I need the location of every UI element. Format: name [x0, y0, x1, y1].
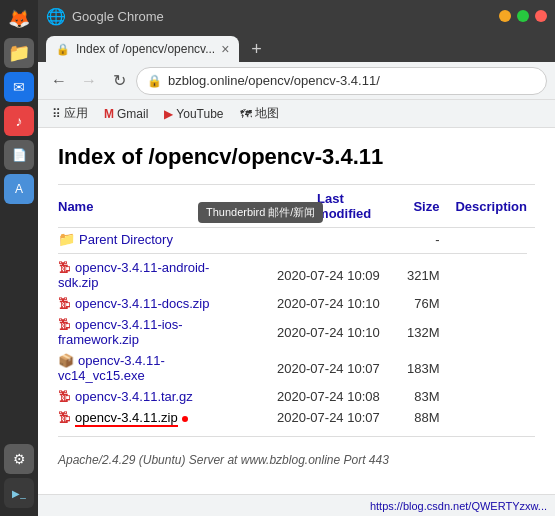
col-header-description[interactable]: Description	[447, 189, 535, 228]
zip-icon: 🗜	[58, 317, 71, 332]
status-bar: https://blog.csdn.net/QWERTYzxw...	[38, 494, 555, 516]
taskbar: 🦊 📁 ✉ ♪ 📄 A ⚙ ▶_	[0, 0, 38, 516]
file-date-cell: 2020-07-24 10:07	[257, 350, 407, 386]
file-name-cell: 🗜opencv-3.4.11-ios-framework.zip	[58, 314, 257, 350]
page-content: Index of /opencv/opencv-3.4.11 Name Last…	[38, 128, 555, 494]
gmail-icon: M	[104, 107, 114, 121]
file-link[interactable]: opencv-3.4.11.tar.gz	[75, 389, 193, 404]
folder-icon: 📁	[58, 231, 75, 247]
title-bar: 🌐 Google Chrome	[38, 0, 555, 32]
forward-button[interactable]: →	[76, 68, 102, 94]
file-link-underlined: opencv-3.4.11.zip	[75, 410, 178, 427]
server-footer: Apache/2.4.29 (Ubuntu) Server at www.bzb…	[58, 453, 535, 467]
file-name-cell: 🗜opencv-3.4.11.zip	[58, 407, 257, 428]
apps-grid-icon: ⠿	[52, 107, 61, 121]
file-desc-cell	[447, 228, 535, 251]
nav-bar: ← → ↻ 🔒 bzblog.online/opencv/opencv-3.4.…	[38, 62, 555, 100]
file-link[interactable]: opencv-3.4.11-docs.zip	[75, 296, 209, 311]
bookmark-maps[interactable]: 🗺 地图	[234, 103, 285, 124]
file-desc-cell	[447, 257, 535, 293]
taskbar-files[interactable]: 📁	[4, 38, 34, 68]
bookmark-apps-label: 应用	[64, 105, 88, 122]
bookmark-gmail[interactable]: M Gmail Thunderbird 邮件/新闻	[98, 105, 154, 123]
address-text: bzblog.online/opencv/opencv-3.4.11/	[168, 73, 536, 88]
table-row: 📁Parent Directory-	[58, 228, 535, 251]
table-row: 🗜opencv-3.4.11-android-sdk.zip2020-07-24…	[58, 257, 535, 293]
maps-icon: 🗺	[240, 107, 252, 121]
taskbar-docs[interactable]: 📄	[4, 140, 34, 170]
table-row: 🗜opencv-3.4.11-ios-framework.zip2020-07-…	[58, 314, 535, 350]
taskbar-text[interactable]: A	[4, 174, 34, 204]
file-desc-cell	[447, 386, 535, 407]
zip-icon: 🗜	[58, 410, 71, 425]
file-link[interactable]: opencv-3.4.11-android-sdk.zip	[58, 260, 209, 290]
file-name-cell: 📁Parent Directory	[58, 228, 257, 251]
file-name-cell: 🗜opencv-3.4.11.tar.gz	[58, 386, 257, 407]
bookmark-youtube[interactable]: ▶ YouTube	[158, 105, 229, 123]
directory-table: Name Last modified Size Description 📁Par…	[58, 189, 535, 428]
bookmark-gmail-label: Gmail	[117, 107, 148, 121]
status-url: https://blog.csdn.net/QWERTYzxw...	[370, 500, 547, 512]
taskbar-terminal[interactable]: ▶_	[4, 478, 34, 508]
taskbar-mail[interactable]: ✉	[4, 72, 34, 102]
zip-icon: 🗜	[58, 389, 71, 404]
new-tab-button[interactable]: +	[243, 36, 269, 62]
exe-icon: 📦	[58, 353, 74, 368]
taskbar-music[interactable]: ♪	[4, 106, 34, 136]
tab-close-button[interactable]: ×	[221, 42, 229, 56]
file-date-cell: 2020-07-24 10:10	[257, 314, 407, 350]
file-size-cell: 83M	[407, 386, 448, 407]
bookmark-youtube-label: YouTube	[176, 107, 223, 121]
parent-dir-link[interactable]: Parent Directory	[79, 232, 173, 247]
close-button[interactable]	[535, 10, 547, 22]
file-link[interactable]: opencv-3.4.11-vc14_vc15.exe	[58, 353, 165, 383]
bookmark-maps-label: 地图	[255, 105, 279, 122]
taskbar-firefox[interactable]: 🦊	[4, 4, 34, 34]
file-desc-cell	[447, 314, 535, 350]
file-name-cell: 📦opencv-3.4.11-vc14_vc15.exe	[58, 350, 257, 386]
reload-button[interactable]: ↻	[106, 68, 132, 94]
file-size-cell: 88M	[407, 407, 448, 428]
file-date-cell: 2020-07-24 10:08	[257, 386, 407, 407]
file-name-cell: 🗜opencv-3.4.11-android-sdk.zip	[58, 257, 257, 293]
active-tab[interactable]: 🔒 Index of /opencv/opencv... ×	[46, 36, 239, 62]
address-bar[interactable]: 🔒 bzblog.online/opencv/opencv-3.4.11/	[136, 67, 547, 95]
file-desc-cell	[447, 350, 535, 386]
chrome-icon: 🌐	[46, 7, 66, 26]
table-row: 🗜opencv-3.4.11.zip2020-07-24 10:07 88M	[58, 407, 535, 428]
title-separator	[58, 184, 535, 185]
maximize-button[interactable]	[517, 10, 529, 22]
back-button[interactable]: ←	[46, 68, 72, 94]
file-size-cell: 321M	[407, 257, 448, 293]
file-size-cell: -	[407, 228, 448, 251]
minimize-button[interactable]	[499, 10, 511, 22]
file-date-cell	[257, 228, 407, 251]
thunderbird-tooltip: Thunderbird 邮件/新闻	[198, 202, 323, 223]
bookmark-apps[interactable]: ⠿ 应用	[46, 103, 94, 124]
file-date-cell: 2020-07-24 10:09	[257, 257, 407, 293]
red-dot-indicator	[182, 416, 188, 422]
window-controls	[499, 10, 547, 22]
separator-row	[58, 250, 535, 257]
file-size-cell: 76M	[407, 293, 448, 314]
youtube-icon: ▶	[164, 107, 173, 121]
title-bar-label: Google Chrome	[72, 9, 493, 24]
table-row: 🗜opencv-3.4.11.tar.gz2020-07-24 10:08 83…	[58, 386, 535, 407]
table-row: 🗜opencv-3.4.11-docs.zip2020-07-24 10:10 …	[58, 293, 535, 314]
file-date-cell: 2020-07-24 10:10	[257, 293, 407, 314]
file-name-cell: 🗜opencv-3.4.11-docs.zip	[58, 293, 257, 314]
file-desc-cell	[447, 407, 535, 428]
file-date-cell: 2020-07-24 10:07	[257, 407, 407, 428]
tab-favicon-icon: 🔒	[56, 43, 70, 56]
tab-bar: 🔒 Index of /opencv/opencv... × +	[38, 32, 555, 62]
table-row: 📦opencv-3.4.11-vc14_vc15.exe2020-07-24 1…	[58, 350, 535, 386]
taskbar-settings[interactable]: ⚙	[4, 444, 34, 474]
file-size-cell: 132M	[407, 314, 448, 350]
footer-separator	[58, 436, 535, 437]
file-link[interactable]: opencv-3.4.11-ios-framework.zip	[58, 317, 183, 347]
file-desc-cell	[447, 293, 535, 314]
bookmarks-bar: ⠿ 应用 M Gmail Thunderbird 邮件/新闻 ▶ YouTube…	[38, 100, 555, 128]
tab-title-label: Index of /opencv/opencv...	[76, 42, 215, 56]
col-header-size[interactable]: Size	[407, 189, 448, 228]
file-size-cell: 183M	[407, 350, 448, 386]
